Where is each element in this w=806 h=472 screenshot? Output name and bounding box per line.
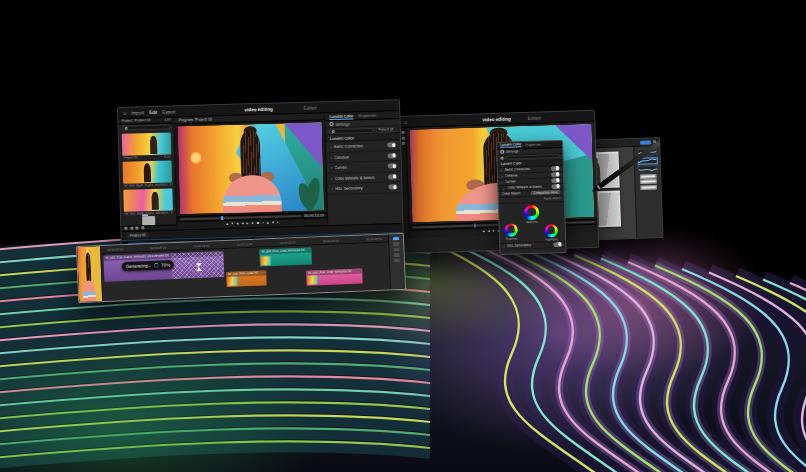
gear-icon[interactable] <box>500 150 504 154</box>
clip-orange[interactable]: W_006_Pink_Coat [V] <box>226 270 267 287</box>
apply-match-label[interactable]: Apply Match <box>544 196 561 201</box>
project-panel-header[interactable]: Project: Project 05 <box>121 118 150 123</box>
go-start-icon[interactable]: ◂ <box>236 222 238 226</box>
curve-preset[interactable] <box>637 165 657 173</box>
row-label: Curves <box>505 178 550 183</box>
clip-thumbnail <box>227 277 237 286</box>
right-panel: Lumetri Color Properties Settings Projec… <box>325 111 402 225</box>
highlights-label: Highlights <box>545 237 558 241</box>
export-frame-icon[interactable]: ▪ <box>277 221 279 225</box>
share-button[interactable] <box>640 140 651 144</box>
creative-toggle[interactable] <box>551 172 560 177</box>
scene-lamp <box>190 152 202 164</box>
mark-out-icon[interactable]: ▾ <box>231 222 233 226</box>
lift-icon[interactable]: ▴ <box>267 221 269 225</box>
timeline-preview-thumbnail[interactable] <box>77 246 103 302</box>
window-title: video editing <box>244 106 272 112</box>
extract-icon[interactable]: ▾ <box>272 221 274 225</box>
clip-thumbnail[interactable] <box>122 132 172 155</box>
clip-duration: 0;23 <box>164 155 170 159</box>
view-toggle[interactable]: List <box>165 118 171 122</box>
playhead[interactable] <box>474 224 476 228</box>
color-wheels-toggle[interactable] <box>388 174 397 179</box>
row-hsl-secondary[interactable]: › HSL Secondary <box>327 182 401 195</box>
shadows-wheel[interactable] <box>505 223 518 236</box>
window-status: Edited <box>528 115 541 120</box>
project-item[interactable]: Project 05 0;23 <box>122 132 172 160</box>
search-icon[interactable] <box>500 156 503 159</box>
clip-pill[interactable]: Project 05 <box>375 127 396 133</box>
project-item[interactable]: W_002_Walk_Cam2_MVI0031 0;14 <box>123 188 173 216</box>
track-header-column <box>388 234 405 290</box>
search-icon <box>332 129 335 132</box>
mark-in-icon[interactable]: ▴ <box>226 222 228 226</box>
sequence-tab[interactable]: Project 05 <box>127 232 149 238</box>
panel-icon[interactable] <box>401 142 404 145</box>
program-monitor-tab[interactable]: Program: Project 05 <box>178 117 212 122</box>
lumetri-color-panel: Lumetri Color Properties Settings Lumetr… <box>496 140 567 255</box>
clip-thumbnail[interactable] <box>123 160 173 183</box>
project-panel: Project: Project 05 List Project 05 0;23 <box>118 117 177 231</box>
basic-correction-toggle[interactable] <box>551 166 560 171</box>
swatch[interactable] <box>640 185 656 190</box>
project-item[interactable]: W_005_Walk_Cam1_MVI0023 0;09 <box>123 160 173 188</box>
comparison-view-button[interactable]: Comparison View <box>530 190 560 195</box>
clip-thumbnail[interactable] <box>123 188 173 211</box>
marker-icon[interactable]: ▪ <box>262 221 264 225</box>
hsl-secondary-toggle[interactable] <box>553 241 562 246</box>
curves-toggle[interactable] <box>551 178 560 183</box>
creative-toggle[interactable] <box>387 153 396 158</box>
panel-icon[interactable] <box>401 136 404 139</box>
home-icon[interactable]: ⌂ <box>404 119 407 125</box>
playhead[interactable] <box>221 216 223 220</box>
track-solo-button[interactable] <box>394 253 400 257</box>
step-forward-icon[interactable]: ▸ <box>252 222 254 226</box>
midtones-wheel[interactable] <box>524 204 539 219</box>
curves-toggle[interactable] <box>388 163 397 168</box>
home-icon[interactable]: ⌂ <box>123 110 126 116</box>
search-icon <box>125 127 128 130</box>
go-end-icon[interactable]: ■ <box>257 221 260 225</box>
timeline-tracks: W_023_Trav_Cam4_MVI0023_09 extended [V] … <box>101 242 390 300</box>
panel-icon[interactable] <box>401 131 404 134</box>
step-back-icon[interactable]: ◂ <box>488 230 490 234</box>
track-target-button[interactable] <box>393 237 399 241</box>
clip-teal[interactable]: W_004_Pink_Coat_MVI0032 [V] <box>259 248 312 267</box>
color-match-label: Color Match <box>502 191 529 196</box>
tab-properties[interactable]: Properties <box>358 113 376 119</box>
folder-icon[interactable] <box>142 215 155 224</box>
clip-pink[interactable]: W_005_Pink_Coat_MVI0036 [V] <box>306 269 363 286</box>
tab-lumetri-color[interactable]: Lumetri Color <box>500 142 521 148</box>
tab-lumetri-color[interactable]: Lumetri Color <box>329 113 353 120</box>
gear-icon[interactable] <box>330 122 334 126</box>
trash-icon[interactable] <box>141 227 144 230</box>
pen-icon[interactable] <box>124 227 127 230</box>
new-item-icon[interactable] <box>135 227 138 230</box>
tab-properties[interactable]: Properties <box>525 142 541 146</box>
hsl-secondary-toggle[interactable] <box>388 184 397 189</box>
swatch[interactable] <box>640 174 656 179</box>
row-label: Basic Correction <box>504 166 549 171</box>
track-visibility-button[interactable] <box>394 259 400 263</box>
project-search-input[interactable] <box>122 125 171 131</box>
color-wheels-toggle[interactable] <box>551 183 560 188</box>
track-mute-button[interactable] <box>393 248 399 252</box>
new-bin-icon[interactable] <box>130 227 133 230</box>
play-icon[interactable]: ▸ <box>246 222 248 226</box>
row-label: Curves <box>334 164 386 170</box>
tab-import[interactable]: Import <box>131 110 144 115</box>
thumb-figure <box>152 192 159 210</box>
step-back-icon[interactable]: ◂ <box>241 222 243 226</box>
tab-edit[interactable]: Edit <box>149 109 157 114</box>
highlights-wheel[interactable] <box>545 224 558 237</box>
basic-correction-toggle[interactable] <box>387 142 396 147</box>
mark-in-icon[interactable]: ◂ <box>483 230 485 234</box>
track-lock-button[interactable] <box>393 242 399 246</box>
tab-export[interactable]: Export <box>162 109 175 114</box>
panel-search-input[interactable] <box>329 127 374 133</box>
panel-menu-icon[interactable]: ⋮ <box>391 134 396 139</box>
play-icon[interactable]: ▸ <box>493 229 495 233</box>
color-wheels-zone: Midtones Shadows Highlights <box>499 201 565 243</box>
row-label: Color Wheels & Match <box>335 174 387 180</box>
swatch[interactable] <box>640 179 656 184</box>
